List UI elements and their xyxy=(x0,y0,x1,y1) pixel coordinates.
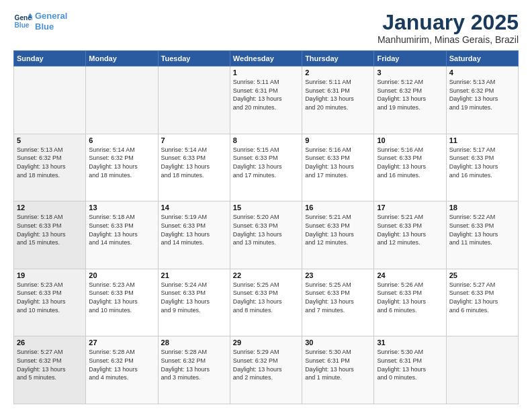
day-info: Sunrise: 5:15 AMSunset: 6:33 PMDaylight:… xyxy=(233,146,299,179)
calendar-week-2: 5Sunrise: 5:13 AMSunset: 6:32 PMDaylight… xyxy=(14,134,519,201)
day-number: 10 xyxy=(377,136,443,144)
calendar-cell: 18Sunrise: 5:22 AMSunset: 6:33 PMDayligh… xyxy=(446,201,518,269)
calendar-cell: 13Sunrise: 5:18 AMSunset: 6:33 PMDayligh… xyxy=(86,201,158,269)
day-header-saturday: Saturday xyxy=(446,51,518,66)
day-info: Sunrise: 5:21 AMSunset: 6:33 PMDaylight:… xyxy=(377,213,443,246)
day-number: 19 xyxy=(17,271,83,279)
day-number: 28 xyxy=(161,338,227,347)
calendar-cell xyxy=(86,66,158,134)
day-info: Sunrise: 5:16 AMSunset: 6:33 PMDaylight:… xyxy=(377,146,443,179)
day-number: 22 xyxy=(233,271,299,279)
day-header-sunday: Sunday xyxy=(14,51,86,66)
calendar-cell xyxy=(446,336,518,404)
day-info: Sunrise: 5:14 AMSunset: 6:33 PMDaylight:… xyxy=(161,146,227,179)
calendar-cell: 22Sunrise: 5:25 AMSunset: 6:33 PMDayligh… xyxy=(230,269,302,336)
day-number: 12 xyxy=(17,203,83,212)
logo-text: General Blue xyxy=(35,11,67,32)
day-number: 15 xyxy=(233,203,299,212)
day-info: Sunrise: 5:11 AMSunset: 6:31 PMDaylight:… xyxy=(305,78,371,111)
calendar-cell: 8Sunrise: 5:15 AMSunset: 6:33 PMDaylight… xyxy=(230,134,302,201)
calendar-cell xyxy=(158,66,230,134)
calendar-cell: 2Sunrise: 5:11 AMSunset: 6:31 PMDaylight… xyxy=(302,66,374,134)
day-header-thursday: Thursday xyxy=(302,51,374,66)
day-info: Sunrise: 5:23 AMSunset: 6:33 PMDaylight:… xyxy=(17,281,83,314)
day-number: 21 xyxy=(161,271,227,279)
day-info: Sunrise: 5:24 AMSunset: 6:33 PMDaylight:… xyxy=(161,281,227,314)
header: General Blue General Blue January 2025 M… xyxy=(13,11,519,45)
logo-icon: General Blue xyxy=(13,12,32,31)
day-info: Sunrise: 5:25 AMSunset: 6:33 PMDaylight:… xyxy=(305,281,371,314)
day-number: 5 xyxy=(17,136,83,144)
calendar-cell: 26Sunrise: 5:27 AMSunset: 6:32 PMDayligh… xyxy=(14,336,86,404)
calendar-cell: 16Sunrise: 5:21 AMSunset: 6:33 PMDayligh… xyxy=(302,201,374,269)
day-number: 30 xyxy=(305,338,371,347)
calendar-cell xyxy=(14,66,86,134)
calendar-cell: 11Sunrise: 5:17 AMSunset: 6:33 PMDayligh… xyxy=(446,134,518,201)
calendar-cell: 14Sunrise: 5:19 AMSunset: 6:33 PMDayligh… xyxy=(158,201,230,269)
calendar-cell: 29Sunrise: 5:29 AMSunset: 6:32 PMDayligh… xyxy=(230,336,302,404)
day-number: 11 xyxy=(449,136,515,144)
calendar-header-row: SundayMondayTuesdayWednesdayThursdayFrid… xyxy=(14,51,519,66)
calendar-cell: 25Sunrise: 5:27 AMSunset: 6:33 PMDayligh… xyxy=(446,269,518,336)
day-number: 16 xyxy=(305,203,371,212)
calendar-cell: 15Sunrise: 5:20 AMSunset: 6:33 PMDayligh… xyxy=(230,201,302,269)
day-info: Sunrise: 5:19 AMSunset: 6:33 PMDaylight:… xyxy=(161,213,227,246)
calendar-cell: 23Sunrise: 5:25 AMSunset: 6:33 PMDayligh… xyxy=(302,269,374,336)
calendar-cell: 24Sunrise: 5:26 AMSunset: 6:33 PMDayligh… xyxy=(374,269,446,336)
calendar-week-3: 12Sunrise: 5:18 AMSunset: 6:33 PMDayligh… xyxy=(14,201,519,269)
day-info: Sunrise: 5:14 AMSunset: 6:32 PMDaylight:… xyxy=(89,146,154,179)
day-info: Sunrise: 5:30 AMSunset: 6:31 PMDaylight:… xyxy=(305,348,371,381)
day-number: 2 xyxy=(305,68,371,77)
calendar-cell: 28Sunrise: 5:28 AMSunset: 6:32 PMDayligh… xyxy=(158,336,230,404)
day-number: 23 xyxy=(305,271,371,279)
calendar-table: SundayMondayTuesdayWednesdayThursdayFrid… xyxy=(13,50,519,404)
day-number: 20 xyxy=(89,271,154,279)
day-info: Sunrise: 5:25 AMSunset: 6:33 PMDaylight:… xyxy=(233,281,299,314)
subtitle: Manhumirim, Minas Gerais, Brazil xyxy=(378,34,519,45)
day-number: 3 xyxy=(377,68,443,77)
calendar-week-4: 19Sunrise: 5:23 AMSunset: 6:33 PMDayligh… xyxy=(14,269,519,336)
day-number: 31 xyxy=(377,338,443,347)
svg-text:Blue: Blue xyxy=(15,21,30,28)
day-number: 27 xyxy=(89,338,154,347)
logo-line2: Blue xyxy=(35,21,54,32)
day-info: Sunrise: 5:18 AMSunset: 6:33 PMDaylight:… xyxy=(89,213,154,246)
day-info: Sunrise: 5:16 AMSunset: 6:33 PMDaylight:… xyxy=(305,146,371,179)
calendar-cell: 10Sunrise: 5:16 AMSunset: 6:33 PMDayligh… xyxy=(374,134,446,201)
day-info: Sunrise: 5:28 AMSunset: 6:32 PMDaylight:… xyxy=(89,348,154,381)
day-info: Sunrise: 5:13 AMSunset: 6:32 PMDaylight:… xyxy=(17,146,83,179)
day-number: 1 xyxy=(233,68,299,77)
day-info: Sunrise: 5:22 AMSunset: 6:33 PMDaylight:… xyxy=(449,213,515,246)
day-info: Sunrise: 5:21 AMSunset: 6:33 PMDaylight:… xyxy=(305,213,371,246)
day-number: 6 xyxy=(89,136,154,144)
day-number: 4 xyxy=(449,68,515,77)
day-info: Sunrise: 5:17 AMSunset: 6:33 PMDaylight:… xyxy=(449,146,515,179)
day-number: 9 xyxy=(305,136,371,144)
day-info: Sunrise: 5:18 AMSunset: 6:33 PMDaylight:… xyxy=(17,213,83,246)
logo-line1: General xyxy=(35,11,67,21)
day-info: Sunrise: 5:13 AMSunset: 6:32 PMDaylight:… xyxy=(449,78,515,111)
day-info: Sunrise: 5:26 AMSunset: 6:33 PMDaylight:… xyxy=(377,281,443,314)
day-number: 17 xyxy=(377,203,443,212)
calendar-cell: 4Sunrise: 5:13 AMSunset: 6:32 PMDaylight… xyxy=(446,66,518,134)
calendar-week-5: 26Sunrise: 5:27 AMSunset: 6:32 PMDayligh… xyxy=(14,336,519,404)
day-number: 13 xyxy=(89,203,154,212)
day-info: Sunrise: 5:20 AMSunset: 6:33 PMDaylight:… xyxy=(233,213,299,246)
day-number: 7 xyxy=(161,136,227,144)
calendar-week-1: 1Sunrise: 5:11 AMSunset: 6:31 PMDaylight… xyxy=(14,66,519,134)
day-number: 14 xyxy=(161,203,227,212)
calendar-cell: 12Sunrise: 5:18 AMSunset: 6:33 PMDayligh… xyxy=(14,201,86,269)
calendar-cell: 5Sunrise: 5:13 AMSunset: 6:32 PMDaylight… xyxy=(14,134,86,201)
day-number: 29 xyxy=(233,338,299,347)
day-info: Sunrise: 5:27 AMSunset: 6:32 PMDaylight:… xyxy=(17,348,83,381)
day-info: Sunrise: 5:28 AMSunset: 6:32 PMDaylight:… xyxy=(161,348,227,381)
day-info: Sunrise: 5:12 AMSunset: 6:32 PMDaylight:… xyxy=(377,78,443,111)
calendar-cell: 31Sunrise: 5:30 AMSunset: 6:31 PMDayligh… xyxy=(374,336,446,404)
day-info: Sunrise: 5:30 AMSunset: 6:31 PMDaylight:… xyxy=(377,348,443,381)
day-number: 18 xyxy=(449,203,515,212)
calendar-cell: 6Sunrise: 5:14 AMSunset: 6:32 PMDaylight… xyxy=(86,134,158,201)
day-header-wednesday: Wednesday xyxy=(230,51,302,66)
title-block: January 2025 Manhumirim, Minas Gerais, B… xyxy=(378,11,519,45)
day-header-tuesday: Tuesday xyxy=(158,51,230,66)
day-header-monday: Monday xyxy=(86,51,158,66)
